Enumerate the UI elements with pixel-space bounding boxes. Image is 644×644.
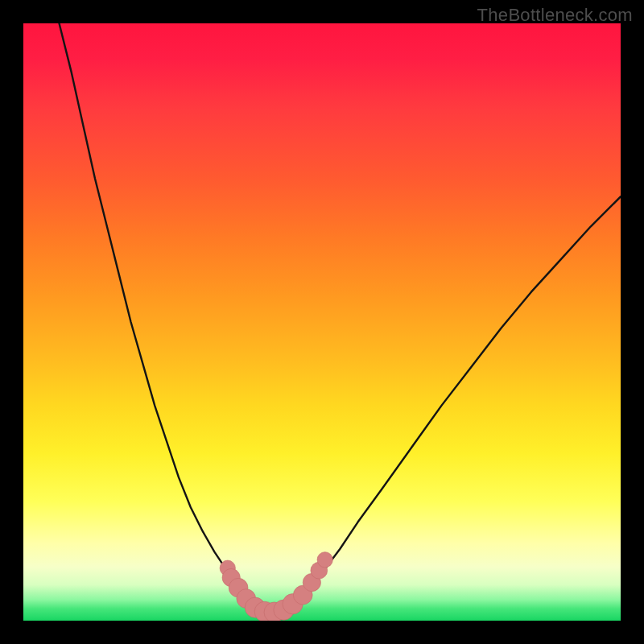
- watermark-text: TheBottleneck.com: [477, 5, 633, 26]
- outer-frame: TheBottleneck.com: [0, 0, 644, 644]
- plot-area: [23, 23, 621, 621]
